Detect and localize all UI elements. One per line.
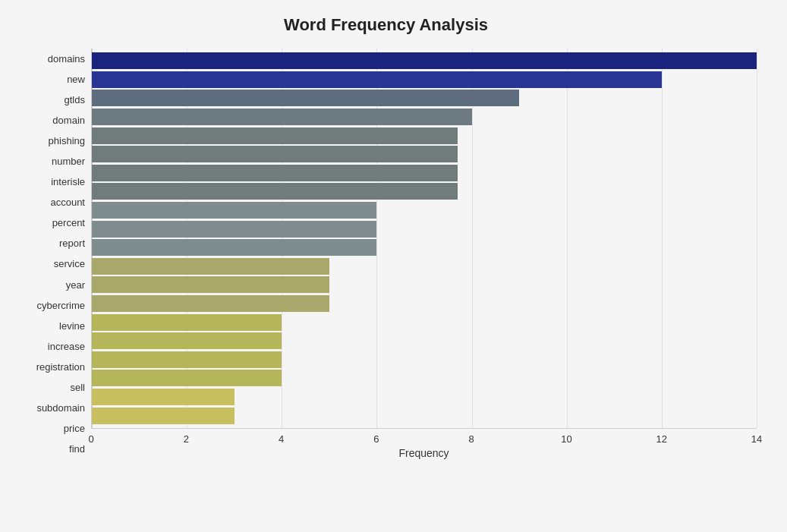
y-label: new xyxy=(15,69,85,90)
x-tick-label: 8 xyxy=(464,433,479,445)
bar xyxy=(92,239,376,256)
y-label: number xyxy=(15,151,85,172)
bar xyxy=(92,258,329,275)
bar xyxy=(92,52,757,69)
bar-row xyxy=(92,388,757,407)
plot-area: 02468101214 Frequency xyxy=(91,49,757,459)
bar-row xyxy=(92,369,757,388)
bar xyxy=(92,332,282,349)
y-label: subdomain xyxy=(15,398,85,418)
bar-row xyxy=(92,52,757,71)
x-tick-label: 10 xyxy=(559,433,574,445)
bar xyxy=(92,295,329,312)
y-label: cybercrime xyxy=(15,295,85,316)
y-label: year xyxy=(15,275,85,295)
bar-row xyxy=(92,406,757,425)
x-tick-label: 14 xyxy=(749,433,764,445)
y-label: registration xyxy=(15,357,85,377)
y-label: account xyxy=(15,192,85,212)
y-label: percent xyxy=(15,212,85,233)
bar-row xyxy=(92,275,757,294)
bar-row xyxy=(92,219,757,238)
y-label: domains xyxy=(15,49,85,69)
bar xyxy=(92,370,282,386)
bar-row xyxy=(92,108,757,127)
bar xyxy=(92,183,458,200)
bar-row xyxy=(92,145,757,164)
bar-row xyxy=(92,294,757,313)
y-label: domain xyxy=(15,110,85,131)
bar-row xyxy=(92,201,757,220)
y-label: increase xyxy=(15,336,85,357)
bar-row xyxy=(92,164,757,183)
grid-and-bars xyxy=(91,49,757,429)
bar xyxy=(92,351,282,368)
bar-row xyxy=(92,126,757,145)
x-axis-labels: 02468101214 xyxy=(91,429,757,444)
y-label: price xyxy=(15,418,85,439)
x-tick-label: 12 xyxy=(654,433,669,445)
bar xyxy=(92,109,472,125)
bar-row xyxy=(92,257,757,276)
y-label: interisle xyxy=(15,172,85,192)
bar-row xyxy=(92,332,757,351)
chart-container: Word Frequency Analysis domainsnewgtldsd… xyxy=(0,0,787,532)
bar-row xyxy=(92,351,757,370)
bar xyxy=(92,165,458,181)
bar-row xyxy=(92,238,757,257)
bar xyxy=(92,71,662,88)
chart-title: Word Frequency Analysis xyxy=(15,15,757,35)
bar xyxy=(92,276,329,293)
y-label: levine xyxy=(15,316,85,336)
x-tick-label: 2 xyxy=(178,433,194,445)
bar xyxy=(92,127,458,144)
bar xyxy=(92,221,376,238)
bar-row xyxy=(92,182,757,201)
bars-container xyxy=(92,49,757,428)
bar xyxy=(92,90,519,106)
bar-row xyxy=(92,71,757,90)
chart-area: domainsnewgtldsdomainphishingnumberinter… xyxy=(15,49,757,459)
x-axis-title: Frequency xyxy=(91,447,757,459)
y-axis-labels: domainsnewgtldsdomainphishingnumberinter… xyxy=(15,49,91,459)
y-label: sell xyxy=(15,377,85,398)
y-label: phishing xyxy=(15,131,85,151)
bar-row xyxy=(92,89,757,108)
y-label: report xyxy=(15,233,85,253)
grid-line xyxy=(757,49,757,428)
y-label: gtlds xyxy=(15,90,85,110)
bar xyxy=(92,408,235,424)
bar xyxy=(92,202,376,219)
y-label: find xyxy=(15,439,85,459)
bar-row xyxy=(92,313,757,332)
x-tick-label: 6 xyxy=(369,433,384,445)
x-tick-label: 0 xyxy=(83,433,99,445)
y-label: service xyxy=(15,253,85,274)
bar xyxy=(92,389,235,405)
bar xyxy=(92,314,282,331)
bar xyxy=(92,146,458,162)
x-tick-label: 4 xyxy=(274,433,289,445)
